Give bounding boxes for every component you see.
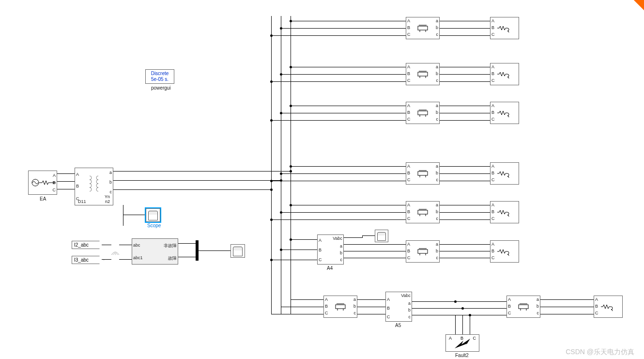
measurement-a5-block[interactable]: ABC Vabc abc [385,292,412,322]
wire [123,205,123,226]
wire [57,189,75,189]
pi-line-block[interactable]: ABC abc [323,296,357,318]
pi-icon [406,17,439,39]
tag-i2-text: I2_abc [74,242,89,248]
pi-line-block[interactable]: ABC abc [506,296,540,318]
sub-out2: 故障 [168,255,177,262]
pi-line-block[interactable]: ABC abc [406,102,440,124]
a5-label: A5 [395,323,401,328]
wire [271,35,406,36]
powergui-line2: 5e-05 s. [151,77,169,82]
fault-block[interactable]: A B C [445,334,479,352]
wire [440,35,490,36]
wire [102,245,111,245]
wire [281,74,406,75]
a4-label: A4 [327,265,333,271]
corner-flag-icon [629,0,644,15]
wire [291,21,406,21]
wire [440,21,490,21]
transformer-block[interactable]: A B C a b c D11 Yn n2 [75,168,113,205]
scope-icon [233,247,243,256]
tag-i2[interactable]: I2_abc [72,241,104,249]
bus-b [281,16,281,314]
wire [119,259,132,260]
rl-load-block[interactable]: ABC [594,296,623,318]
lightning-icon [446,335,479,351]
svg-rect-4 [418,172,428,175]
wire [123,215,146,215]
three-phase-source-block[interactable]: A B C [28,171,57,195]
sub-in1: abc [133,243,140,248]
rl-load-block[interactable]: ABC [490,102,519,124]
powergui-block[interactable]: Discrete 5e-05 s. [145,69,174,84]
wire [281,28,406,29]
rl-load-block[interactable]: ABC [490,162,519,185]
transformer-secondary: Yn [105,194,110,199]
pi-line-block[interactable]: ABC abc [406,63,440,85]
pi-icon [406,63,439,85]
simulink-canvas[interactable]: Discrete 5e-05 s. powergui A B C EA A B … [0,0,644,359]
measurement-a4-block[interactable]: A B C Vabc a b c [317,234,344,265]
rl-load-block[interactable]: ABC [490,201,519,223]
wire [113,171,291,172]
scope-a4-block[interactable] [375,230,388,242]
port-a: A [53,173,56,178]
svg-rect-3 [418,111,428,115]
svg-rect-8 [519,305,528,309]
watermark-text: CSDN @乐天电力仿真 [566,348,634,357]
wire [113,180,281,181]
wire [57,181,75,182]
transformer-sub: n2 [105,199,110,204]
sub-in2: abc1 [133,255,143,260]
scope-top-block[interactable] [146,208,160,222]
port-b: B [53,180,56,185]
tag-i3-text: I3_abc [74,257,89,263]
wire [119,245,132,245]
port-c: C [53,187,56,192]
wire [102,259,111,260]
bus-c [271,16,272,314]
svg-rect-6 [418,250,428,253]
scope-bottom-block[interactable] [230,244,245,258]
fault-label: Fault2 [455,353,469,358]
wire [271,81,406,82]
wire [178,243,196,244]
wire [57,173,75,174]
source-label: EA [40,196,46,202]
pi-line-block[interactable]: ABC abc [406,240,440,263]
load-icon [491,63,519,85]
wire [440,28,490,29]
pi-line-block[interactable]: ABC abc [406,162,440,185]
wire [291,67,406,67]
rl-load-block[interactable]: A B C [490,17,519,39]
wire [178,257,196,257]
rl-load-block[interactable]: ABC [490,240,519,263]
svg-rect-5 [418,210,428,214]
svg-rect-1 [418,26,428,30]
pi-line-block[interactable]: ABC abc [406,201,440,223]
svg-rect-7 [336,305,345,309]
scope-label: Scope [147,223,161,228]
load-icon [491,17,519,39]
pi-line-block[interactable]: A B C a b c [406,17,440,39]
sub-out1: 非故障 [164,243,177,249]
wireless-icon [110,247,120,258]
wire [113,189,271,190]
tag-i3[interactable]: I3_abc [72,256,104,264]
powergui-line1: Discrete [151,71,169,76]
rl-load-block[interactable]: ABC [490,63,519,85]
powergui-label: powergui [151,85,171,91]
wire [199,250,230,251]
vabc-port: Vabc [333,236,342,241]
scope-icon [148,211,158,220]
svg-rect-2 [418,72,428,76]
transformer-primary: D11 [78,199,86,204]
classifier-subsystem[interactable]: abc abc1 非故障 故障 [132,238,178,265]
